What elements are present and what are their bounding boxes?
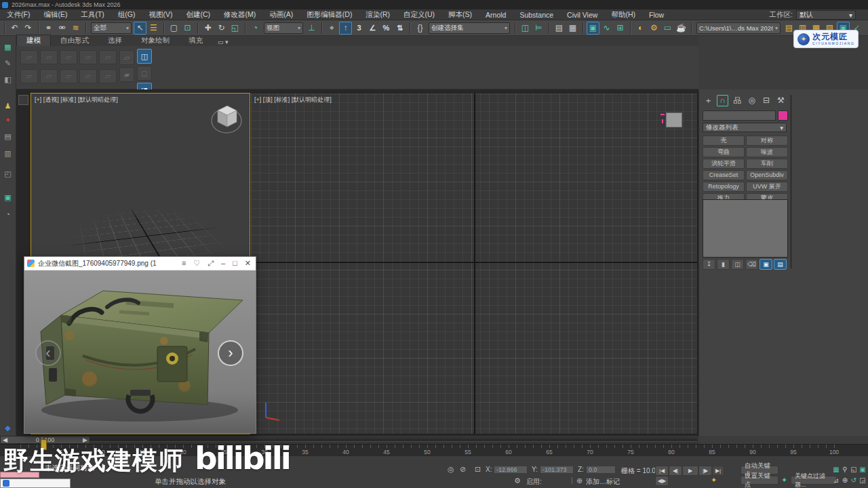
named-selection-set-dropdown[interactable]: 创建选择集▾ xyxy=(429,22,510,34)
select-and-link-button[interactable]: ⚭ xyxy=(42,22,55,35)
next-image-button[interactable]: › xyxy=(218,340,243,366)
left-tool-dot-icon[interactable]: ● xyxy=(2,114,14,125)
left-tool-frame-icon[interactable]: ◰ xyxy=(2,168,14,179)
selection-filter-dropdown[interactable]: 全部▾ xyxy=(91,22,132,34)
undo-button[interactable]: ↶ xyxy=(8,22,21,35)
select-and-move-button[interactable]: ✚ xyxy=(201,22,214,35)
menu-item[interactable]: 动画(A) xyxy=(262,10,300,20)
ribbon-tab-填充[interactable]: 填充 xyxy=(179,35,212,46)
menu-item[interactable]: 组(G) xyxy=(111,10,142,20)
select-and-place-button[interactable]: ◔ xyxy=(249,22,262,35)
select-and-scale-button[interactable]: ◱ xyxy=(229,22,241,35)
modifier-button[interactable]: 弯曲 xyxy=(703,147,745,157)
add-tag-icon[interactable]: ⊕ xyxy=(576,476,583,485)
macro-recorder-field[interactable] xyxy=(0,472,39,478)
add-time-tag[interactable]: 添加…标记 xyxy=(586,477,620,487)
keyboard-override-toggle-button[interactable]: ↑ xyxy=(339,22,352,35)
material-editor-button[interactable]: ◐ xyxy=(634,22,647,35)
minimize-button[interactable]: – xyxy=(221,260,225,267)
modifier-button[interactable]: 壳 xyxy=(703,136,745,146)
ribbon-tab-选择[interactable]: 选择 xyxy=(98,35,132,46)
angle-snap-button[interactable]: ∠ xyxy=(366,22,379,35)
field-of-view-icon[interactable]: ⊿ xyxy=(832,476,840,485)
menu-item[interactable]: 创建(C) xyxy=(180,10,218,20)
set-key-button[interactable]: 设置关键点 xyxy=(741,476,778,485)
ribbon-border-mode-button[interactable]: ◻ xyxy=(137,66,152,81)
ribbon-options-icon[interactable]: ▭ ▾ xyxy=(212,38,234,46)
orbit-icon[interactable]: ↺ xyxy=(850,476,858,485)
select-by-name-button[interactable]: ☰ xyxy=(147,22,160,35)
ribbon-poly-button[interactable]: ▱ xyxy=(99,69,117,83)
utilities-tab[interactable]: ⚒ xyxy=(775,95,787,106)
menu-item[interactable]: 修改器(M) xyxy=(217,10,262,20)
rectangular-selection-region-button[interactable]: ▢ xyxy=(167,22,180,35)
modifier-list-dropdown[interactable]: 修改器列表 ▾ xyxy=(703,123,787,132)
ribbon-poly-button[interactable]: ▱ xyxy=(40,69,58,83)
ribbon-poly-button[interactable]: ▱ xyxy=(79,69,97,83)
pin-stack-button[interactable]: ↧ xyxy=(703,259,715,270)
maximize-viewport-icon[interactable]: ◲ xyxy=(859,476,867,485)
selection-lock-icon[interactable]: ⊘ xyxy=(460,465,466,474)
ribbon-poly-button[interactable]: ▱ xyxy=(20,50,38,64)
menu-item[interactable]: 编辑(E) xyxy=(37,10,74,20)
use-pivot-point-center-button[interactable]: ⊥ xyxy=(305,22,318,35)
time-configuration-icon[interactable]: ✦ xyxy=(711,476,717,485)
favorite-icon[interactable]: ♡ xyxy=(193,260,200,267)
hierarchy-tab[interactable]: 品 xyxy=(732,95,743,106)
left-tool-clock-icon[interactable]: ◔ xyxy=(2,209,14,220)
viewport-label[interactable]: [+] [顶] [标准] [默认明暗处理] xyxy=(254,96,332,104)
menu-item[interactable]: 渲染(R) xyxy=(359,10,397,20)
viewport-layout-tab[interactable] xyxy=(18,95,28,105)
make-unique-button[interactable]: ◫ xyxy=(731,259,744,270)
left-tool-pencil-icon[interactable]: ✎ xyxy=(2,58,14,68)
display-tab[interactable]: ⊟ xyxy=(761,95,772,106)
z-coordinate-field[interactable]: 0.0 xyxy=(586,466,616,474)
spinner-snap-button[interactable]: ⇅ xyxy=(393,22,406,35)
ribbon-poly-button[interactable]: ▱ xyxy=(40,50,58,64)
viewcube[interactable] xyxy=(209,99,245,136)
ribbon-tab-建模[interactable]: 建模 xyxy=(16,35,51,46)
menu-item[interactable]: 自定义(U) xyxy=(397,10,441,20)
mini-listener-field[interactable] xyxy=(0,479,71,488)
key-icon[interactable]: ✦ xyxy=(781,476,787,485)
scene-explorer-button[interactable]: ▤ xyxy=(553,22,566,35)
modifier-button[interactable]: CreaseSet xyxy=(703,170,745,180)
y-coordinate-field[interactable]: -101.373 xyxy=(540,466,574,474)
menu-item[interactable]: 文件(F) xyxy=(0,10,37,20)
key-mode-toggle[interactable]: ◀▶ xyxy=(655,476,669,486)
bind-to-space-warp-button[interactable]: ≋ xyxy=(69,22,82,35)
object-name-field[interactable] xyxy=(703,110,776,121)
percent-snap-button[interactable]: % xyxy=(380,22,393,35)
select-object-button[interactable]: ↖ xyxy=(134,22,146,35)
modifier-button[interactable]: 对称 xyxy=(746,136,788,146)
modifier-button[interactable]: 车削 xyxy=(746,159,788,169)
create-tab[interactable]: ＋ xyxy=(703,95,714,106)
zoom-extents-all-icon[interactable]: ▦ xyxy=(832,466,840,474)
rendered-frame-window-button[interactable]: ▭ xyxy=(661,22,674,35)
ribbon-poly-button[interactable]: ▱ xyxy=(60,50,77,64)
ribbon-poly-button[interactable]: ▱ xyxy=(99,50,117,64)
menu-item[interactable]: Arnold xyxy=(479,11,513,19)
align-button[interactable]: ⊨ xyxy=(532,22,545,35)
zoom-all-icon[interactable]: ◱ xyxy=(850,466,858,474)
object-color-swatch[interactable] xyxy=(778,110,788,121)
motion-tab[interactable]: ◎ xyxy=(746,95,757,106)
workspace-dropdown[interactable]: 默认 ▾ xyxy=(796,10,856,20)
snaps-toggle-button[interactable]: 3 xyxy=(353,22,366,35)
play-button[interactable]: ▶ xyxy=(682,466,698,476)
ribbon-tool-button[interactable]: ▱ xyxy=(119,50,134,65)
zoom-icon[interactable]: ⚲ xyxy=(841,466,849,474)
next-frame-button[interactable]: |▶ xyxy=(698,466,712,476)
window-crossing-button[interactable]: ⊡ xyxy=(181,22,194,35)
menu-item[interactable]: 帮助(H) xyxy=(604,10,642,20)
scene-object-top-view[interactable] xyxy=(666,113,682,127)
modifier-stack-list[interactable] xyxy=(703,199,788,258)
track-bar[interactable]: 0510152025303540455055606570758085909510… xyxy=(0,444,868,455)
ribbon-poly-button[interactable]: ▱ xyxy=(20,69,38,83)
modifier-button[interactable]: UVW 展开 xyxy=(746,182,788,192)
menu-item[interactable]: 图形编辑器(D) xyxy=(300,10,359,20)
mirror-button[interactable]: ◫ xyxy=(519,22,532,35)
ribbon-poly-button[interactable]: ▱ xyxy=(60,69,77,83)
remove-modifier-button[interactable]: ⌫ xyxy=(745,259,758,270)
ribbon-toggle-button[interactable]: ▣ xyxy=(587,22,599,35)
